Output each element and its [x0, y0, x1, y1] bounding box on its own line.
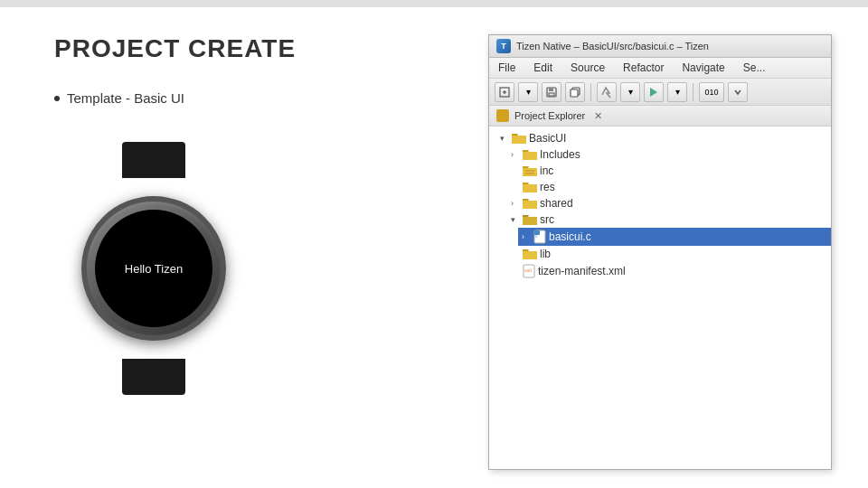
toolbar-save-btn[interactable]	[542, 82, 561, 102]
menu-source[interactable]: Source	[567, 61, 609, 75]
tree-label-shared: shared	[540, 197, 573, 210]
toolbar-counter-btn[interactable]: 010	[699, 82, 724, 102]
watch-band-top	[122, 142, 185, 178]
toolbar-sep-1	[590, 83, 591, 101]
ide-title-icon: T	[496, 39, 511, 53]
explorer-header: Project Explorer ✕	[489, 106, 831, 127]
bullet-label: Template - Basic UI	[67, 90, 184, 106]
tree-label-src: src	[540, 213, 554, 226]
tree-item-shared[interactable]: › shared	[507, 195, 831, 211]
folder-icon-inc	[523, 165, 537, 177]
tree-item-lib[interactable]: lib	[507, 246, 831, 262]
toolbar-dropdown-2[interactable]: ▾	[620, 82, 640, 102]
tree-label-inc: inc	[540, 164, 553, 177]
watch: Hello Tizen	[63, 151, 244, 386]
svg-text:c: c	[535, 233, 538, 239]
menu-more[interactable]: Se...	[740, 61, 769, 75]
ide-window: T Tizen Native – BasicUI/src/basicui.c –…	[488, 34, 832, 470]
arrow-shared: ›	[511, 199, 520, 208]
watch-band-bottom	[122, 359, 185, 395]
menu-file[interactable]: File	[495, 61, 519, 75]
left-panel: PROJECT CREATE Template - Basic UI Hello…	[54, 34, 452, 470]
tree-item-src[interactable]: ▾ src	[507, 211, 831, 228]
folder-icon-basicui	[512, 133, 526, 145]
watch-screen: Hello Tizen	[95, 210, 212, 327]
folder-icon-res	[523, 182, 537, 193]
toolbar-sep-2	[693, 83, 693, 101]
top-bar	[0, 0, 868, 7]
arrow-basicui-c: ›	[522, 232, 531, 241]
watch-display-text: Hello Tizen	[125, 262, 183, 276]
folder-icon-includes	[523, 149, 537, 161]
main-content: PROJECT CREATE Template - Basic UI Hello…	[0, 7, 868, 488]
tree-label-includes: Includes	[540, 148, 580, 161]
svg-rect-4	[549, 88, 553, 91]
ide-menubar: File Edit Source Refactor Navigate Se...	[489, 58, 831, 79]
folder-icon-lib	[523, 249, 537, 260]
bullet-dot	[54, 96, 60, 101]
toolbar-build-btn[interactable]	[597, 82, 617, 102]
arrow-includes: ›	[511, 150, 520, 159]
tree-label-lib: lib	[540, 248, 551, 260]
folder-icon-src	[523, 214, 537, 226]
svg-marker-8	[650, 88, 657, 97]
ide-titlebar: T Tizen Native – BasicUI/src/basicui.c –…	[489, 35, 831, 58]
tree-label-basicui-c: basicui.c	[549, 230, 591, 243]
svg-rect-5	[549, 93, 554, 96]
svg-text:xml: xml	[524, 267, 533, 273]
explorer-title: Project Explorer	[514, 110, 585, 121]
tree-item-tizen-manifest[interactable]: xml tizen-manifest.xml	[507, 262, 831, 280]
watch-container: Hello Tizen	[54, 133, 253, 404]
tree-label-basicui: BasicUI	[529, 132, 566, 145]
tree-item-inc[interactable]: inc	[507, 163, 831, 179]
explorer-header-icon	[496, 109, 509, 122]
folder-icon-shared	[523, 198, 537, 210]
watch-case: Hello Tizen	[81, 196, 226, 341]
tree-label-res: res	[540, 181, 555, 193]
tree-item-basicui[interactable]: ▾ BasicUI	[496, 130, 831, 146]
svg-rect-7	[571, 89, 578, 97]
page-title: PROJECT CREATE	[54, 34, 452, 63]
toolbar-run-btn[interactable]	[644, 82, 664, 102]
tree-label-tizen-manifest: tizen-manifest.xml	[538, 265, 626, 277]
toolbar-copy-btn[interactable]	[565, 82, 585, 102]
tree-item-basicui-c[interactable]: › c basicui.c	[518, 228, 831, 246]
toolbar-dropdown-1[interactable]: ▾	[518, 82, 538, 102]
ide-toolbar: ▾ ▾ ▾ 010	[489, 79, 831, 106]
tree-item-includes[interactable]: › Includes	[507, 146, 831, 163]
menu-edit[interactable]: Edit	[530, 61, 556, 75]
arrow-basicui: ▾	[500, 134, 509, 143]
toolbar-arrow-btn[interactable]	[728, 82, 748, 102]
tree-area: ▾ BasicUI › Includes	[489, 127, 831, 284]
arrow-src: ▾	[511, 215, 520, 224]
toolbar-new-btn[interactable]	[495, 82, 514, 102]
tree-item-res[interactable]: res	[507, 179, 831, 195]
menu-navigate[interactable]: Navigate	[678, 61, 728, 75]
file-icon-basicui-c: c	[533, 230, 546, 244]
menu-refactor[interactable]: Refactor	[619, 61, 667, 75]
toolbar-dropdown-3[interactable]: ▾	[667, 82, 687, 102]
bullet-item: Template - Basic UI	[54, 90, 452, 106]
explorer-area: Project Explorer ✕ ▾ BasicUI ›	[489, 106, 831, 469]
ide-title-text: Tizen Native – BasicUI/src/basicui.c – T…	[516, 41, 709, 52]
file-icon-tizen-manifest: xml	[523, 264, 535, 278]
explorer-close-btn[interactable]: ✕	[594, 110, 602, 122]
